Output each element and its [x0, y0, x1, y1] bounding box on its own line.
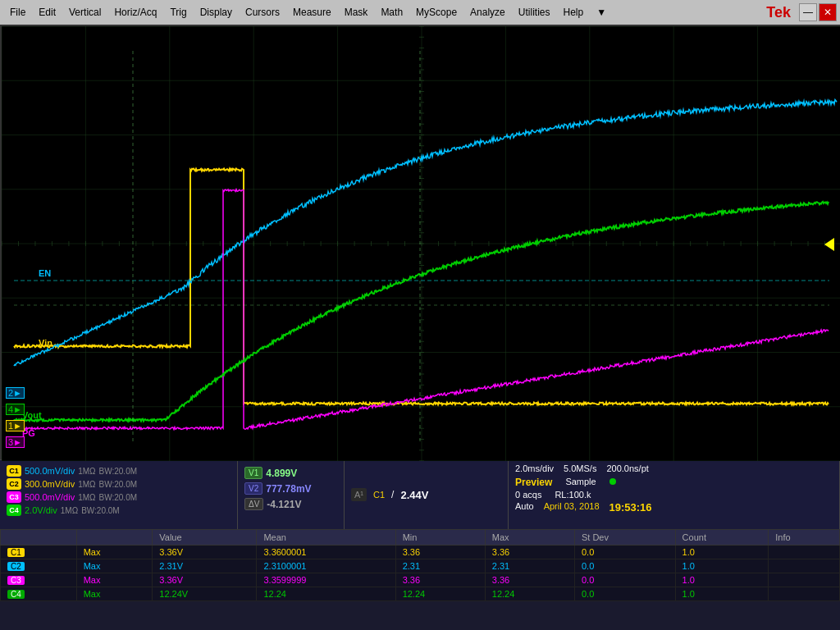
col-value: Value — [153, 530, 257, 546]
ch4-label: Vout — [22, 410, 42, 420]
col-info: Info — [769, 530, 840, 546]
scope-display[interactable]: EN Vin PG Vout 2► 4► 1► 3► — [0, 25, 840, 459]
table-row: C4 Max 12.24V 12.24 12.24 12.24 0.0 1.0 — [1, 587, 840, 601]
menu-analyze[interactable]: Analyze — [463, 5, 512, 20]
trigger-mode: Auto — [515, 501, 534, 514]
c4-badge: C4 — [7, 504, 21, 516]
sample-rate: 5.0MS/s — [564, 463, 596, 473]
menu-horizacq[interactable]: Horiz/Acq — [107, 5, 163, 20]
math-value: 2.44V — [400, 489, 428, 501]
timebase-acq: 2.0ms/div 5.0MS/s 200.0ns/pt Preview Sam… — [509, 460, 840, 529]
menu-vertical[interactable]: Vertical — [62, 5, 107, 20]
dv-badge: ΔV — [244, 498, 263, 510]
c2-badge: C2 — [7, 478, 21, 490]
minimize-button[interactable]: — — [799, 3, 817, 21]
menu-display[interactable]: Display — [194, 5, 239, 20]
ch4-marker: 4► — [6, 404, 25, 415]
c1-badge: C1 — [7, 465, 21, 477]
col-max: Max — [485, 530, 574, 546]
v2-value: 777.78mV — [266, 483, 311, 495]
ch2-label: Vin — [39, 338, 52, 348]
menubar: File Edit Vertical Horiz/Acq Trig Displa… — [0, 0, 840, 25]
c2-imp: 1MΩ — [78, 480, 95, 489]
c1-bw: BW:20.0M — [99, 467, 138, 476]
tek-logo: Tek — [766, 4, 791, 21]
table-row: C1 Max 3.36V 3.3600001 3.36 3.36 0.0 1.0 — [1, 546, 840, 559]
ch3-marker: 3► — [6, 436, 25, 448]
col-ch — [1, 530, 77, 546]
c3-vdiv: 500.0mV/div — [25, 492, 75, 502]
ch2-marker: 2► — [6, 387, 25, 399]
c1-imp: 1MΩ — [78, 467, 95, 476]
c3-bw: BW:20.0M — [99, 493, 138, 502]
cursor-readings: V1 4.899V V2 777.78mV ΔV -4.121V — [238, 460, 345, 529]
waveform-canvas — [2, 26, 840, 461]
col-stdev: St Dev — [574, 530, 675, 546]
menu-help[interactable]: Help — [556, 5, 590, 20]
ch1-label: EN — [39, 268, 51, 278]
c1-vdiv: 500.0mV/div — [25, 466, 75, 476]
menu-mask[interactable]: Mask — [338, 5, 375, 20]
channel-settings: C1 500.0mV/div 1MΩ BW:20.0M C2 300.0mV/d… — [0, 460, 238, 529]
c2-vdiv: 300.0mV/div — [25, 479, 75, 489]
table-row: C2 Max 2.31V 2.3100001 2.31 2.31 0.0 1.0 — [1, 559, 840, 573]
menu-dropdown[interactable]: ▼ — [590, 5, 613, 20]
preview-label: Preview — [515, 477, 552, 488]
record-length: 200.0ns/pt — [606, 463, 648, 473]
math-display: A¹ C1 / 2.44V — [345, 460, 509, 529]
v2-badge: V2 — [244, 482, 262, 495]
close-button[interactable]: ✕ — [819, 3, 837, 21]
menu-edit[interactable]: Edit — [32, 5, 62, 20]
menu-file[interactable]: File — [3, 5, 32, 20]
acq-date: April 03, 2018 — [544, 501, 600, 514]
math-label: A¹ — [351, 488, 367, 501]
c3-imp: 1MΩ — [78, 493, 95, 502]
ch1-marker: 1► — [6, 420, 25, 431]
acq-dot — [609, 478, 616, 485]
acq-time: 19:53:16 — [609, 501, 652, 514]
menu-utilities[interactable]: Utilities — [512, 5, 557, 20]
col-type — [76, 530, 153, 546]
menu-cursors[interactable]: Cursors — [239, 5, 286, 20]
menu-measure[interactable]: Measure — [286, 5, 338, 20]
menu-trig[interactable]: Trig — [163, 5, 193, 20]
measurements-table: Value Mean Min Max St Dev Count Info C1 … — [0, 529, 840, 601]
c4-imp: 1MΩ — [61, 506, 78, 515]
record-len: RL:100.k — [555, 490, 591, 500]
cursor-right-arrow — [824, 238, 834, 251]
menu-myscope[interactable]: MyScope — [409, 5, 463, 20]
c3-badge: C3 — [7, 491, 21, 503]
c2-bw: BW:20.0M — [99, 480, 138, 489]
acq-mode: Sample — [565, 477, 596, 488]
dv-value: -4.121V — [267, 499, 301, 510]
v1-badge: V1 — [244, 467, 262, 479]
math-ch: C1 — [373, 490, 385, 500]
math-icon: / — [391, 489, 394, 500]
col-min: Min — [395, 530, 485, 546]
menu-math[interactable]: Math — [374, 5, 409, 20]
status-bar: C1 500.0mV/div 1MΩ BW:20.0M C2 300.0mV/d… — [0, 459, 840, 529]
c4-vdiv: 2.0V/div — [25, 505, 57, 515]
c4-bw: BW:20.0M — [81, 506, 120, 515]
col-count: Count — [675, 530, 769, 546]
v1-value: 4.899V — [266, 468, 297, 479]
acqs-count: 0 acqs — [515, 490, 541, 500]
table-row: C3 Max 3.36V 3.3599999 3.36 3.36 0.0 1.0 — [1, 573, 840, 587]
col-mean: Mean — [257, 530, 395, 546]
time-div: 2.0ms/div — [515, 463, 554, 473]
